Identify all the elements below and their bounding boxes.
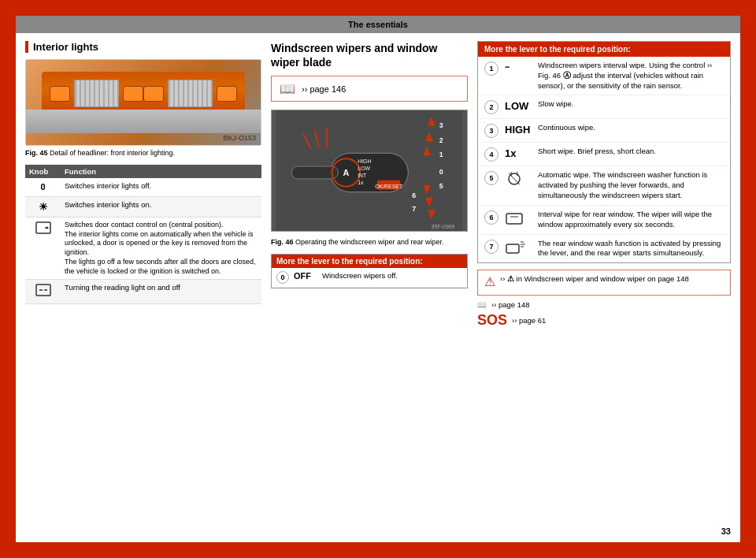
knob-table: Knob Function 0 Switches interior lights… xyxy=(25,165,261,304)
interior-image: BKJ-O153 xyxy=(25,59,261,146)
lever-position-box-big: More the lever to the required position:… xyxy=(477,41,731,263)
page-ref-148-row: 📖 ›› page 148 xyxy=(477,300,731,309)
lever-row-6: 6 Interval wipe for rear window. The wip… xyxy=(478,206,730,235)
svg-text:INT: INT xyxy=(358,173,367,178)
lever-row-3: 3 HIGH Continuous wipe. xyxy=(478,119,730,143)
lever-symbol-7 xyxy=(505,240,532,258)
knob-value xyxy=(25,218,61,280)
book-icon-148: 📖 xyxy=(477,300,487,309)
warning-icon: ⚠ xyxy=(484,273,495,291)
lever-desc-6: Interval wipe for rear window. The wiper… xyxy=(538,210,724,230)
lever-desc-2: Slow wipe. xyxy=(538,99,724,110)
lever-desc-4: Short wipe. Brief press, short clean. xyxy=(538,147,724,157)
knob-value: ☀ xyxy=(25,196,61,218)
lever-row-5: 5 Automatic wipe. The windscreen washer … xyxy=(478,166,730,205)
lever-symbol-low: LOW xyxy=(505,100,532,112)
svg-rect-38 xyxy=(506,214,522,224)
svg-text:7: 7 xyxy=(412,206,416,214)
lever-desc-off: Windscreen wipers off. xyxy=(322,271,398,281)
right-column: More the lever to the required position:… xyxy=(477,41,731,534)
lever-symbol-6 xyxy=(505,210,532,229)
wiper-svg: A HIGH LOW INT 1x OK/RESET 3 2 xyxy=(272,110,467,231)
svg-text:HIGH: HIGH xyxy=(358,158,371,164)
lever-row-1: 1 ··· Windscreen wipers interval wipe. U… xyxy=(478,57,730,95)
svg-text:1x: 1x xyxy=(358,180,364,185)
svg-text:3: 3 xyxy=(439,121,443,129)
page-ref-148: ›› page 148 xyxy=(491,300,530,309)
col-function: Function xyxy=(61,165,261,178)
lever-symbol-off: OFF xyxy=(294,271,317,281)
svg-text:5: 5 xyxy=(439,182,443,190)
sos-row: SOS ›› page 61 xyxy=(477,312,731,329)
table-row: Turning the reading light on and off xyxy=(25,280,261,304)
lever-box-small-header: More the lever to the required position: xyxy=(272,255,467,268)
svg-rect-40 xyxy=(506,244,519,253)
lever-box-big-header: More the lever to the required position: xyxy=(478,42,730,57)
warning-text: ›› ⚠ in Windscreen wiper and window wipe… xyxy=(500,274,689,285)
lever-num-6: 6 xyxy=(484,210,498,225)
page-ref-text: ›› page 146 xyxy=(302,84,346,94)
table-row: 0 Switches interior lights off. xyxy=(25,178,261,196)
svg-text:OK/RESET: OK/RESET xyxy=(375,184,403,189)
lever-symbol-5 xyxy=(505,171,532,189)
book-icon: 📖 xyxy=(280,81,295,96)
sos-label: SOS xyxy=(477,312,507,329)
wiper-diagram: A HIGH LOW INT 1x OK/RESET 3 2 xyxy=(271,110,468,232)
lever-row-7: 7 The rear window wash function is activ… xyxy=(478,235,730,263)
reading-light-icon xyxy=(35,283,52,297)
lever-position-box-small: More the lever to the required position:… xyxy=(271,254,468,288)
fig45-caption: Fig. 45 Fig. 45 Detail of headliner: fro… xyxy=(25,149,261,158)
fig46-caption: Fig. 46 Operating the windscreen wiper a… xyxy=(271,238,468,247)
lever-desc-3: Continuous wipe. xyxy=(538,123,724,133)
door-icon xyxy=(35,221,52,235)
page-ref-box: 📖 ›› page 146 xyxy=(271,76,468,102)
lever-row-off: 0 OFF Windscreen wipers off. xyxy=(272,268,467,288)
lever-desc-5: Automatic wipe. The windscreen washer fu… xyxy=(538,170,724,200)
lever-desc-1: Windscreen wipers interval wipe. Using t… xyxy=(538,61,724,91)
lever-num-0: 0 xyxy=(276,271,289,284)
lever-num-3: 3 xyxy=(484,124,498,138)
table-row: Switches door contact control on (centra… xyxy=(25,218,261,280)
windscreen-title: Windscreen wipers and window wiper blade xyxy=(271,41,468,69)
lever-symbol-high: HIGH xyxy=(505,124,532,136)
lever-num-5: 5 xyxy=(484,171,498,185)
svg-point-2 xyxy=(46,227,48,229)
lever-symbol-1: ··· xyxy=(505,61,532,73)
svg-text:2: 2 xyxy=(439,137,443,145)
function-desc: Switches interior lights on. xyxy=(61,196,261,218)
knob-value: 0 xyxy=(25,178,61,196)
svg-text:0: 0 xyxy=(439,168,443,176)
lever-num-4: 4 xyxy=(484,147,498,162)
section-title: Interior lights xyxy=(25,41,261,53)
svg-rect-3 xyxy=(36,285,50,296)
lever-num-7: 7 xyxy=(484,240,498,254)
rear-wash-icon xyxy=(505,240,527,255)
col-knob: Knob xyxy=(25,165,61,178)
lever-row-2: 2 LOW Slow wipe. xyxy=(478,95,730,119)
function-desc: Switches interior lights off. xyxy=(61,178,261,196)
svg-text:A: A xyxy=(343,168,349,177)
left-column: Interior lights BKJ-O153 Fig. 45 Fig. 45… xyxy=(25,41,261,534)
lever-num-2: 2 xyxy=(484,100,498,114)
page-header: The essentials xyxy=(16,16,740,33)
warning-box: ⚠ ›› ⚠ in Windscreen wiper and window wi… xyxy=(477,270,731,296)
function-desc: Turning the reading light on and off xyxy=(61,280,261,304)
rear-interval-icon xyxy=(505,210,524,226)
svg-rect-8 xyxy=(291,166,338,179)
lever-num-1: 1 xyxy=(484,61,498,76)
image-code: BKJ-O153 xyxy=(223,134,256,142)
svg-text:6: 6 xyxy=(412,192,416,199)
svg-text:LOW: LOW xyxy=(358,166,370,171)
svg-text:85F-0969: 85F-0969 xyxy=(432,224,455,229)
table-row: ☀ Switches interior lights on. xyxy=(25,196,261,218)
lever-symbol-1x: 1x xyxy=(505,147,532,159)
function-desc: Switches door contact control on (centra… xyxy=(61,218,261,280)
svg-text:1: 1 xyxy=(439,151,443,159)
knob-value xyxy=(25,280,61,304)
lever-desc-7: The rear window wash function is activat… xyxy=(538,239,724,259)
middle-column: Windscreen wipers and window wiper blade… xyxy=(271,41,468,534)
lever-row-4: 4 1x Short wipe. Brief press, short clea… xyxy=(478,143,730,166)
page-ref-61: ›› page 61 xyxy=(512,316,546,325)
washer-icon xyxy=(505,171,524,187)
page-number: 33 xyxy=(721,526,731,536)
